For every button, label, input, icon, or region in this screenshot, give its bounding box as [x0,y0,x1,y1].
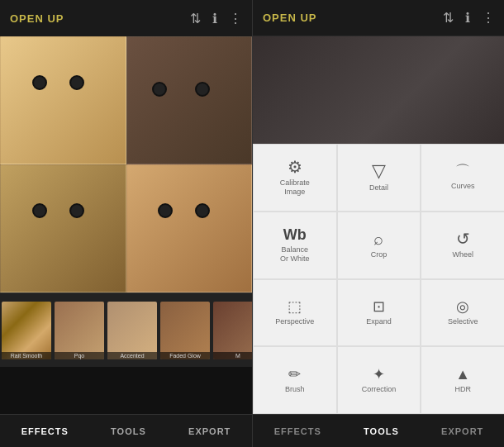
tool-correction[interactable]: ✦ Correction [337,346,421,414]
filmstrip-label: M [213,352,252,359]
right-more-icon[interactable]: ⋮ [482,10,495,26]
left-layers-icon[interactable]: ⇅ [190,11,201,26]
tool-detail-label: Detail [369,183,388,193]
filmstrip-thumb [107,302,157,359]
right-header: OPEN UP ⇅ ℹ ⋮ [253,0,504,36]
tool-selective[interactable]: ◎ Selective [421,279,504,347]
funko-eye [69,75,84,90]
filmstrip-item[interactable]: M [213,302,252,359]
tool-brush[interactable]: ✏ Brush [253,346,337,414]
funko-bottom-left [0,164,126,292]
funko-eye [195,203,210,218]
left-more-icon[interactable]: ⋮ [229,11,242,26]
expand-icon: ⊡ [373,299,385,314]
detail-icon: ▽ [372,162,386,180]
tool-calibrate-label: CalibrateImage [280,178,310,197]
tool-correction-label: Correction [362,385,397,394]
filmstrip-item[interactable]: Accented [107,302,157,359]
funko-eye [152,82,167,97]
funko-eye [32,203,47,218]
nav-effects[interactable]: Effects [21,426,69,436]
funko-top-right [126,36,253,164]
filmstrip-label: Rait Smooth [2,352,51,359]
funko-eye [158,203,173,218]
funko-image-grid [0,36,252,292]
tool-white-balance[interactable]: Wb BalanceOr White [253,212,337,279]
filmstrip-item[interactable]: Faded Glow [160,302,210,359]
funko-top-left [0,36,126,164]
wheel-icon: ↺ [456,231,470,247]
right-nav-effects[interactable]: EFFECTS [274,426,321,436]
tool-hdr-label: HDR [454,385,471,394]
funko-bottom-right [126,164,253,292]
tool-curves[interactable]: ⌒ Curves [421,144,504,212]
filmstrip-label: Faded Glow [160,352,210,359]
selective-icon: ◎ [456,299,469,314]
calibrate-icon: ⚙ [288,159,302,175]
crop-icon: ⌕ [373,231,383,247]
funko-eye [195,82,210,97]
nav-tools[interactable]: TOOLS [111,426,146,436]
tool-curves-label: Curves [451,182,475,191]
left-header: OPEN UP ⇅ ℹ ⋮ [0,0,252,36]
tools-grid: ⚙ CalibrateImage ▽ Detail ⌒ Curves Wb Ba… [253,144,504,414]
right-bottom-nav: EFFECTS TOOLS EXPORT [253,414,504,447]
perspective-icon: ⬚ [288,299,302,314]
filmstrip-item[interactable]: Pqo [55,302,104,359]
filmstrip: Rait Smooth Pqo Accented Faded Glow M [0,292,252,367]
tool-expand[interactable]: ⊡ Expand [337,279,421,347]
right-nav-export[interactable]: EXPORT [441,426,483,436]
filmstrip-label: Pqo [55,352,104,359]
tool-wheel[interactable]: ↺ Wheel [421,212,504,279]
filmstrip-label: Accented [107,352,157,359]
left-app-title: OPEN UP [10,12,64,25]
curves-icon: ⌒ [455,164,470,178]
left-bottom-nav: Effects TOOLS EXPORT [0,414,252,447]
filmstrip-thumb [160,302,210,359]
right-info-icon[interactable]: ℹ [465,10,470,26]
wb-icon: Wb [283,227,307,242]
brush-icon: ✏ [288,367,301,382]
right-layers-icon[interactable]: ⇅ [443,10,454,26]
right-app-title: OPEN UP [263,12,317,24]
tool-hdr[interactable]: ▲ HDR [421,346,504,414]
right-image-placeholder [253,36,504,144]
right-main-image [253,36,504,144]
tool-brush-label: Brush [285,385,305,394]
left-main-image [0,36,252,292]
left-header-icons: ⇅ ℹ ⋮ [190,11,242,26]
filmstrip-item[interactable]: Rait Smooth [2,302,51,359]
right-nav-tools[interactable]: TOOLS [364,426,399,436]
tool-wb-label: BalanceOr White [280,245,310,264]
left-panel: OPEN UP ⇅ ℹ ⋮ [0,0,252,447]
tool-perspective-label: Perspective [275,317,314,326]
filmstrip-thumb [2,302,51,359]
funko-eye [32,75,47,90]
hdr-icon: ▲ [455,367,470,382]
filmstrip-thumb [213,302,252,359]
correction-icon: ✦ [373,367,385,382]
right-panel: OPEN UP ⇅ ℹ ⋮ ⚙ CalibrateImage ▽ Detail … [253,0,504,447]
funko-eye [69,203,84,218]
tool-selective-label: Selective [448,317,478,326]
tool-crop-label: Crop [371,250,388,259]
tool-detail[interactable]: ▽ Detail [337,144,421,212]
tool-calibrate[interactable]: ⚙ CalibrateImage [253,144,337,212]
tool-wheel-label: Wheel [452,250,473,259]
nav-export[interactable]: EXPORT [188,426,231,436]
tool-crop[interactable]: ⌕ Crop [337,212,421,279]
tool-expand-label: Expand [366,317,392,326]
left-info-icon[interactable]: ℹ [212,11,217,26]
tool-perspective[interactable]: ⬚ Perspective [253,279,337,347]
right-header-icons: ⇅ ℹ ⋮ [443,10,495,26]
filmstrip-thumb [55,302,104,359]
